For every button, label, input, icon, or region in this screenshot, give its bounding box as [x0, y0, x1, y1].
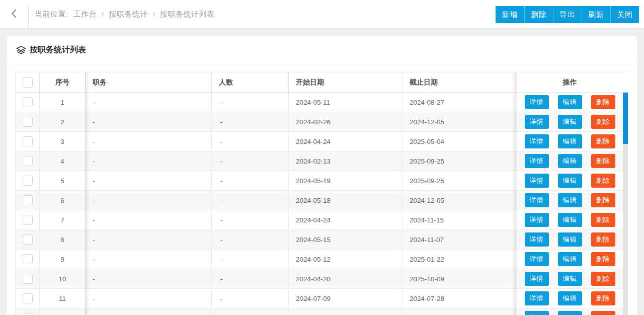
edit-button[interactable]: 编辑 [558, 213, 582, 227]
edit-button[interactable]: 编辑 [558, 272, 582, 286]
cell-index: 6 [40, 191, 86, 210]
breadcrumb-item-workbench[interactable]: 工作台 [73, 10, 97, 19]
row-checkbox[interactable] [23, 215, 33, 225]
edit-button[interactable]: 编辑 [558, 291, 582, 305]
row-checkbox[interactable] [23, 117, 33, 127]
edit-button[interactable]: 编辑 [558, 174, 582, 188]
table-row: 1--2024-05-112024-08-27详情编辑删除 [16, 93, 623, 112]
cell-position: - [86, 151, 212, 171]
cell-start: 2024-05-12 [289, 250, 403, 269]
row-actions-cell: 详情编辑删除 [517, 210, 623, 230]
cell-start: 2024-05-15 [289, 230, 403, 250]
cell-end: 2025-05-04 [403, 132, 517, 151]
edit-button[interactable]: 编辑 [558, 193, 582, 207]
row-checkbox-cell [16, 93, 40, 112]
cell-end: 2024-11-15 [403, 210, 517, 230]
cell-position: - [86, 112, 212, 132]
cell-index: 12 [40, 308, 86, 315]
delete-button[interactable]: 删除 [591, 193, 615, 207]
cell-count: - [212, 151, 289, 171]
delete-button[interactable]: 删除 [591, 134, 615, 148]
cell-end: 2025-01-22 [403, 250, 517, 269]
back-button[interactable] [0, 0, 28, 28]
detail-button[interactable]: 详情 [525, 154, 549, 168]
table-wrap: 序号 职务 人数 开始日期 截止日期 操作 1--2024-05-112024-… [7, 64, 637, 315]
delete-button[interactable]: 删除 [591, 291, 615, 305]
delete-button[interactable]: 删除 [591, 272, 615, 286]
vertical-scrollbar-track[interactable] [623, 93, 628, 315]
delete-button[interactable]: 删除 [591, 232, 615, 247]
detail-button[interactable]: 详情 [525, 95, 549, 109]
delete-button[interactable]: 删除 [591, 311, 615, 315]
row-actions-cell: 详情编辑删除 [517, 171, 623, 191]
column-header-start-date: 开始日期 [289, 72, 403, 93]
detail-button[interactable]: 详情 [525, 232, 549, 247]
edit-button[interactable]: 编辑 [558, 232, 582, 247]
detail-button[interactable]: 详情 [525, 174, 549, 188]
row-checkbox[interactable] [23, 176, 33, 186]
refresh-button[interactable]: 刷新 [582, 6, 610, 23]
edit-button[interactable]: 编辑 [558, 115, 582, 129]
delete-button[interactable]: 删除 [591, 174, 615, 188]
table-box: 序号 职务 人数 开始日期 截止日期 操作 1--2024-05-112024-… [15, 72, 628, 315]
row-checkbox[interactable] [23, 293, 33, 303]
row-checkbox[interactable] [23, 274, 33, 284]
row-actions-cell: 详情编辑删除 [517, 308, 623, 315]
edit-button[interactable]: 编辑 [558, 154, 582, 168]
delete-button[interactable]: 删除 [524, 6, 553, 23]
cell-end: 2024-12-05 [403, 191, 517, 210]
row-actions-cell: 详情编辑删除 [517, 112, 623, 132]
row-checkbox-cell [16, 269, 40, 289]
row-checkbox-cell [16, 191, 40, 210]
cell-start: 2024-02-26 [289, 112, 403, 132]
cell-end: 2024-08-27 [403, 93, 517, 112]
cell-position: - [86, 191, 212, 210]
detail-button[interactable]: 详情 [525, 291, 549, 305]
row-checkbox[interactable] [23, 254, 33, 264]
delete-button[interactable]: 删除 [591, 95, 615, 109]
cell-index: 10 [40, 269, 86, 289]
delete-button[interactable]: 删除 [591, 115, 615, 129]
cell-start: 2024-05-19 [289, 171, 403, 191]
edit-button[interactable]: 编辑 [558, 252, 582, 266]
detail-button[interactable]: 详情 [525, 193, 549, 207]
detail-button[interactable]: 详情 [525, 213, 549, 227]
select-all-checkbox[interactable] [23, 77, 33, 88]
delete-button[interactable]: 删除 [591, 213, 615, 227]
column-header-end-date: 截止日期 [403, 72, 517, 93]
row-actions-cell: 详情编辑删除 [517, 132, 623, 151]
cell-count: - [212, 132, 289, 151]
delete-button[interactable]: 删除 [591, 252, 615, 266]
row-checkbox-cell [16, 308, 40, 315]
breadcrumb-label: 当前位置: [35, 10, 68, 19]
row-checkbox[interactable] [23, 156, 33, 166]
detail-button[interactable]: 详情 [525, 252, 549, 266]
edit-button[interactable]: 编辑 [558, 95, 582, 109]
detail-button[interactable]: 详情 [525, 134, 549, 148]
cell-count: - [212, 191, 289, 210]
row-checkbox-cell [16, 250, 40, 269]
cell-position: - [86, 230, 212, 250]
row-checkbox-cell [16, 289, 40, 308]
export-button[interactable]: 导出 [553, 6, 582, 23]
row-checkbox[interactable] [23, 136, 33, 146]
cell-position: - [86, 132, 212, 151]
row-checkbox[interactable] [23, 234, 33, 245]
breadcrumb-item-stats[interactable]: 按职务统计 [109, 10, 148, 19]
detail-button[interactable]: 详情 [525, 311, 549, 315]
row-checkbox[interactable] [23, 195, 33, 205]
table-header: 序号 职务 人数 开始日期 截止日期 操作 [16, 72, 623, 93]
close-button[interactable]: 关闭 [610, 6, 639, 23]
row-checkbox[interactable] [23, 97, 33, 107]
row-checkbox[interactable] [23, 313, 33, 315]
detail-button[interactable]: 详情 [525, 115, 549, 129]
edit-button[interactable]: 编辑 [558, 134, 582, 148]
edit-button[interactable]: 编辑 [558, 311, 582, 315]
cell-index: 1 [40, 93, 86, 112]
add-button[interactable]: 新增 [496, 6, 524, 23]
vertical-scrollbar-thumb[interactable] [623, 93, 628, 144]
breadcrumb: 当前位置: 工作台 / 按职务统计 / 按职务统计列表 [35, 10, 214, 19]
cell-start: 2024-04-20 [289, 269, 403, 289]
delete-button[interactable]: 删除 [591, 154, 615, 168]
detail-button[interactable]: 详情 [525, 272, 549, 286]
